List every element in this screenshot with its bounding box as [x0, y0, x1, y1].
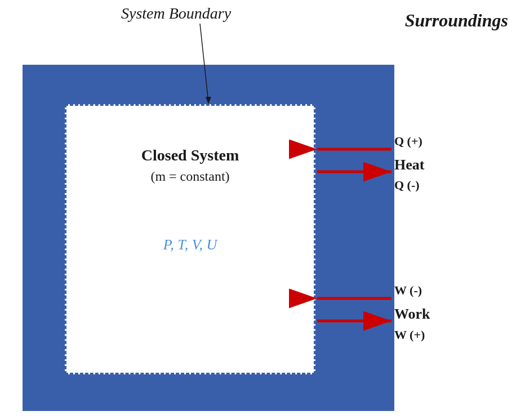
- q-minus-label: Q (-): [394, 178, 420, 193]
- state-variables-label: P, T, V, U: [76, 236, 304, 253]
- diagram-container: System Boundary Surroundings Closed Syst…: [0, 0, 525, 420]
- q-plus-label: Q (+): [394, 134, 422, 149]
- w-plus-label: W (+): [394, 328, 425, 342]
- heat-label: Heat: [394, 157, 424, 173]
- system-boundary-label: System Boundary: [121, 5, 231, 23]
- surroundings-label: Surroundings: [405, 10, 508, 31]
- w-minus-label: W (-): [394, 283, 422, 298]
- work-label: Work: [394, 306, 430, 323]
- closed-system-title: Closed System: [76, 146, 304, 164]
- m-constant-label: (m = constant): [76, 169, 304, 184]
